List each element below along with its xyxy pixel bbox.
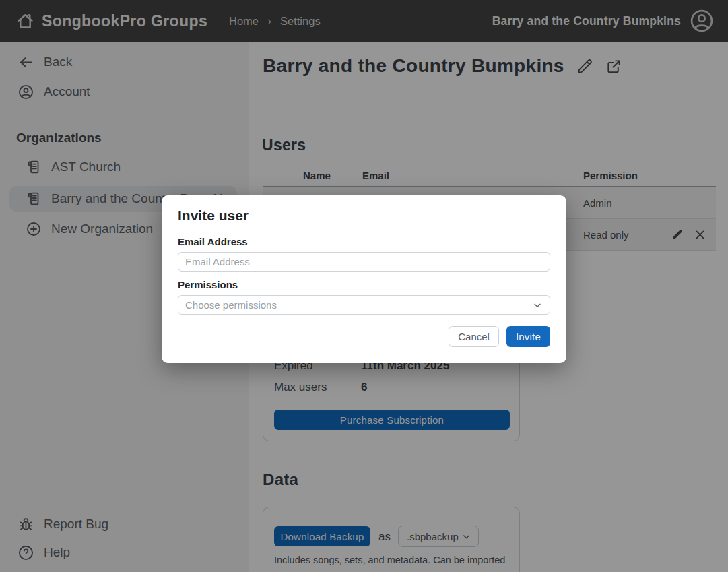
permissions-placeholder: Choose permissions bbox=[185, 299, 277, 311]
permissions-label: Permissions bbox=[178, 279, 238, 290]
email-address-input[interactable] bbox=[178, 252, 550, 272]
app-window: SongbookPro Groups Home › Settings Barry… bbox=[0, 0, 728, 572]
permissions-select[interactable]: Choose permissions bbox=[178, 295, 550, 315]
chevron-down-icon bbox=[532, 300, 543, 311]
invite-user-modal: Invite user Email Address Permissions Ch… bbox=[162, 195, 566, 363]
cancel-button[interactable]: Cancel bbox=[449, 326, 499, 347]
modal-footer: Cancel Invite bbox=[449, 326, 550, 347]
email-address-label: Email Address bbox=[178, 236, 248, 247]
modal-title: Invite user bbox=[178, 208, 249, 224]
invite-button[interactable]: Invite bbox=[506, 326, 550, 347]
